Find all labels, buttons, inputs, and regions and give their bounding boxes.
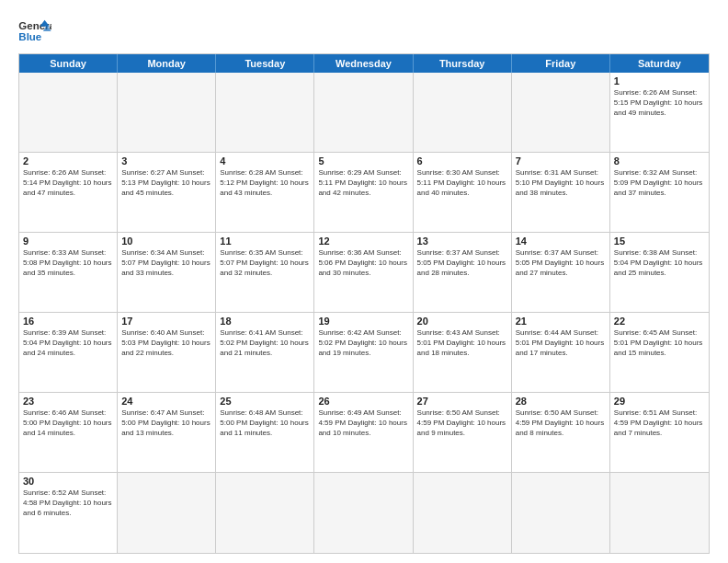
day-info: Sunrise: 6:31 AM Sunset: 5:10 PM Dayligh… bbox=[516, 168, 606, 198]
day-number: 20 bbox=[417, 316, 507, 327]
day-info: Sunrise: 6:51 AM Sunset: 4:59 PM Dayligh… bbox=[614, 408, 705, 438]
day-cell bbox=[414, 473, 512, 553]
day-number: 17 bbox=[121, 316, 211, 327]
day-info: Sunrise: 6:28 AM Sunset: 5:12 PM Dayligh… bbox=[220, 168, 310, 198]
day-cell: 17Sunrise: 6:40 AM Sunset: 5:03 PM Dayli… bbox=[118, 313, 216, 392]
day-number: 12 bbox=[318, 236, 408, 247]
day-number: 15 bbox=[614, 236, 705, 247]
day-info: Sunrise: 6:29 AM Sunset: 5:11 PM Dayligh… bbox=[318, 168, 408, 198]
day-cell: 7Sunrise: 6:31 AM Sunset: 5:10 PM Daylig… bbox=[512, 153, 610, 232]
day-number: 21 bbox=[516, 316, 606, 327]
day-info: Sunrise: 6:50 AM Sunset: 4:59 PM Dayligh… bbox=[417, 408, 507, 438]
calendar-body: 1Sunrise: 6:26 AM Sunset: 5:15 PM Daylig… bbox=[19, 73, 709, 553]
day-cell: 30Sunrise: 6:52 AM Sunset: 4:58 PM Dayli… bbox=[19, 473, 118, 553]
day-info: Sunrise: 6:50 AM Sunset: 4:59 PM Dayligh… bbox=[516, 408, 606, 438]
day-header-friday: Friday bbox=[512, 54, 610, 73]
day-cell bbox=[610, 473, 709, 553]
day-cell: 14Sunrise: 6:37 AM Sunset: 5:05 PM Dayli… bbox=[512, 233, 610, 312]
day-info: Sunrise: 6:46 AM Sunset: 5:00 PM Dayligh… bbox=[23, 408, 113, 438]
day-number: 24 bbox=[121, 396, 211, 407]
day-cell: 20Sunrise: 6:43 AM Sunset: 5:01 PM Dayli… bbox=[414, 313, 512, 392]
day-cell bbox=[19, 73, 118, 152]
day-cell: 27Sunrise: 6:50 AM Sunset: 4:59 PM Dayli… bbox=[414, 393, 512, 472]
day-number: 22 bbox=[614, 316, 705, 327]
day-info: Sunrise: 6:44 AM Sunset: 5:01 PM Dayligh… bbox=[516, 328, 606, 358]
day-header-thursday: Thursday bbox=[414, 54, 512, 73]
day-cell: 8Sunrise: 6:32 AM Sunset: 5:09 PM Daylig… bbox=[610, 153, 709, 232]
day-number: 27 bbox=[417, 396, 507, 407]
day-number: 2 bbox=[23, 155, 113, 167]
day-info: Sunrise: 6:49 AM Sunset: 4:59 PM Dayligh… bbox=[318, 408, 408, 438]
day-number: 6 bbox=[417, 155, 507, 167]
day-info: Sunrise: 6:26 AM Sunset: 5:15 PM Dayligh… bbox=[614, 88, 705, 118]
day-cell: 28Sunrise: 6:50 AM Sunset: 4:59 PM Dayli… bbox=[512, 393, 610, 472]
day-number: 18 bbox=[220, 316, 310, 327]
day-cell: 9Sunrise: 6:33 AM Sunset: 5:08 PM Daylig… bbox=[19, 233, 118, 312]
day-cell: 18Sunrise: 6:41 AM Sunset: 5:02 PM Dayli… bbox=[216, 313, 314, 392]
day-number: 1 bbox=[614, 75, 705, 86]
day-cell bbox=[512, 73, 610, 152]
day-cell bbox=[512, 473, 610, 553]
day-cell bbox=[118, 73, 216, 152]
calendar: SundayMondayTuesdayWednesdayThursdayFrid… bbox=[18, 53, 710, 554]
day-info: Sunrise: 6:42 AM Sunset: 5:02 PM Dayligh… bbox=[318, 328, 408, 358]
svg-text:Blue: Blue bbox=[18, 31, 41, 42]
day-info: Sunrise: 6:43 AM Sunset: 5:01 PM Dayligh… bbox=[417, 328, 507, 358]
day-cell: 4Sunrise: 6:28 AM Sunset: 5:12 PM Daylig… bbox=[216, 153, 314, 232]
day-header-sunday: Sunday bbox=[19, 54, 118, 73]
day-cell: 10Sunrise: 6:34 AM Sunset: 5:07 PM Dayli… bbox=[118, 233, 216, 312]
day-cell: 26Sunrise: 6:49 AM Sunset: 4:59 PM Dayli… bbox=[314, 393, 413, 472]
day-info: Sunrise: 6:27 AM Sunset: 5:13 PM Dayligh… bbox=[121, 168, 211, 198]
day-cell: 1Sunrise: 6:26 AM Sunset: 5:15 PM Daylig… bbox=[610, 73, 709, 152]
day-info: Sunrise: 6:32 AM Sunset: 5:09 PM Dayligh… bbox=[614, 168, 705, 198]
day-number: 28 bbox=[516, 396, 606, 407]
day-info: Sunrise: 6:45 AM Sunset: 5:01 PM Dayligh… bbox=[614, 328, 705, 358]
day-info: Sunrise: 6:40 AM Sunset: 5:03 PM Dayligh… bbox=[121, 328, 211, 358]
week-row-6: 30Sunrise: 6:52 AM Sunset: 4:58 PM Dayli… bbox=[19, 473, 709, 553]
day-cell: 15Sunrise: 6:38 AM Sunset: 5:04 PM Dayli… bbox=[610, 233, 709, 312]
day-cell bbox=[216, 73, 314, 152]
day-number: 25 bbox=[220, 396, 310, 407]
day-number: 4 bbox=[220, 155, 310, 167]
day-cell: 29Sunrise: 6:51 AM Sunset: 4:59 PM Dayli… bbox=[610, 393, 709, 472]
day-cell: 22Sunrise: 6:45 AM Sunset: 5:01 PM Dayli… bbox=[610, 313, 709, 392]
day-header-wednesday: Wednesday bbox=[314, 54, 413, 73]
day-cell: 19Sunrise: 6:42 AM Sunset: 5:02 PM Dayli… bbox=[314, 313, 413, 392]
day-number: 7 bbox=[516, 155, 606, 167]
day-number: 29 bbox=[614, 396, 705, 407]
day-number: 23 bbox=[23, 396, 113, 407]
day-cell: 11Sunrise: 6:35 AM Sunset: 5:07 PM Dayli… bbox=[216, 233, 314, 312]
day-cell: 2Sunrise: 6:26 AM Sunset: 5:14 PM Daylig… bbox=[19, 153, 118, 232]
day-info: Sunrise: 6:47 AM Sunset: 5:00 PM Dayligh… bbox=[121, 408, 211, 438]
day-info: Sunrise: 6:30 AM Sunset: 5:11 PM Dayligh… bbox=[417, 168, 507, 198]
day-number: 16 bbox=[23, 316, 113, 327]
day-header-saturday: Saturday bbox=[610, 54, 709, 73]
day-header-tuesday: Tuesday bbox=[216, 54, 314, 73]
day-headers: SundayMondayTuesdayWednesdayThursdayFrid… bbox=[19, 54, 709, 73]
day-info: Sunrise: 6:34 AM Sunset: 5:07 PM Dayligh… bbox=[121, 248, 211, 278]
day-number: 5 bbox=[318, 155, 408, 167]
day-cell: 24Sunrise: 6:47 AM Sunset: 5:00 PM Dayli… bbox=[118, 393, 216, 472]
page: General Blue SundayMondayTuesdayWednesda… bbox=[0, 0, 728, 563]
day-number: 19 bbox=[318, 316, 408, 327]
day-info: Sunrise: 6:26 AM Sunset: 5:14 PM Dayligh… bbox=[23, 168, 113, 198]
week-row-4: 16Sunrise: 6:39 AM Sunset: 5:04 PM Dayli… bbox=[19, 313, 709, 393]
day-cell: 25Sunrise: 6:48 AM Sunset: 5:00 PM Dayli… bbox=[216, 393, 314, 472]
day-header-monday: Monday bbox=[118, 54, 216, 73]
day-cell bbox=[118, 473, 216, 553]
day-number: 30 bbox=[23, 476, 113, 487]
header: General Blue bbox=[18, 15, 710, 46]
day-cell: 12Sunrise: 6:36 AM Sunset: 5:06 PM Dayli… bbox=[314, 233, 413, 312]
day-info: Sunrise: 6:41 AM Sunset: 5:02 PM Dayligh… bbox=[220, 328, 310, 358]
day-number: 9 bbox=[23, 236, 113, 247]
day-info: Sunrise: 6:39 AM Sunset: 5:04 PM Dayligh… bbox=[23, 328, 113, 358]
day-info: Sunrise: 6:48 AM Sunset: 5:00 PM Dayligh… bbox=[220, 408, 310, 438]
day-cell: 13Sunrise: 6:37 AM Sunset: 5:05 PM Dayli… bbox=[414, 233, 512, 312]
day-info: Sunrise: 6:37 AM Sunset: 5:05 PM Dayligh… bbox=[516, 248, 606, 278]
day-number: 26 bbox=[318, 396, 408, 407]
day-cell bbox=[314, 73, 413, 152]
day-cell: 5Sunrise: 6:29 AM Sunset: 5:11 PM Daylig… bbox=[314, 153, 413, 232]
day-cell: 3Sunrise: 6:27 AM Sunset: 5:13 PM Daylig… bbox=[118, 153, 216, 232]
week-row-3: 9Sunrise: 6:33 AM Sunset: 5:08 PM Daylig… bbox=[19, 233, 709, 313]
day-cell bbox=[414, 73, 512, 152]
